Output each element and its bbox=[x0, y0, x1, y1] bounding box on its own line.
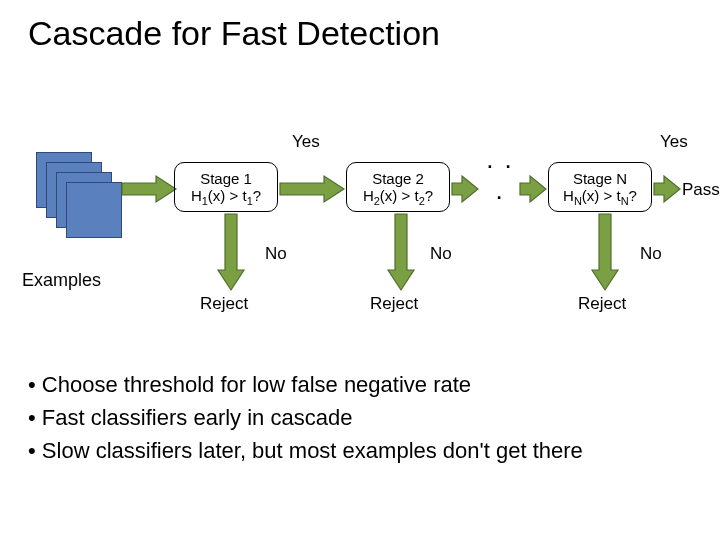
stage-n-box: Stage N HN(x) > tN? bbox=[548, 162, 652, 212]
no-label: No bbox=[640, 244, 662, 264]
arrow-down-icon bbox=[592, 214, 618, 290]
bullet-item: Slow classifiers later, but most example… bbox=[28, 434, 692, 467]
ellipsis-icon: . . . bbox=[478, 144, 522, 206]
yes-label: Yes bbox=[292, 132, 320, 152]
svg-marker-2 bbox=[452, 176, 478, 202]
stage-1-condition: H1(x) > t1? bbox=[175, 187, 277, 204]
reject-label: Reject bbox=[578, 294, 626, 314]
stage-n-title: Stage N bbox=[549, 170, 651, 187]
svg-marker-0 bbox=[122, 176, 176, 202]
page-title: Cascade for Fast Detection bbox=[28, 14, 440, 53]
stage-2-title: Stage 2 bbox=[347, 170, 449, 187]
stage-n-condition: HN(x) > tN? bbox=[549, 187, 651, 204]
arrow-right-icon bbox=[452, 176, 478, 202]
svg-marker-3 bbox=[520, 176, 546, 202]
example-square bbox=[66, 182, 122, 238]
stage-1-title: Stage 1 bbox=[175, 170, 277, 187]
stage-2-condition: H2(x) > t2? bbox=[347, 187, 449, 204]
svg-marker-7 bbox=[592, 214, 618, 290]
arrow-down-icon bbox=[218, 214, 244, 290]
no-label: No bbox=[430, 244, 452, 264]
arrow-down-icon bbox=[388, 214, 414, 290]
reject-label: Reject bbox=[370, 294, 418, 314]
bullet-item: Choose threshold for low false negative … bbox=[28, 368, 692, 401]
stage-1-box: Stage 1 H1(x) > t1? bbox=[174, 162, 278, 212]
bullet-list: Choose threshold for low false negative … bbox=[28, 368, 692, 467]
no-label: No bbox=[265, 244, 287, 264]
examples-stack bbox=[36, 152, 126, 237]
svg-marker-1 bbox=[280, 176, 344, 202]
slide: Cascade for Fast Detection Examples Stag… bbox=[0, 0, 720, 540]
examples-label: Examples bbox=[22, 270, 101, 291]
reject-label: Reject bbox=[200, 294, 248, 314]
svg-marker-6 bbox=[388, 214, 414, 290]
svg-marker-5 bbox=[218, 214, 244, 290]
arrow-right-icon bbox=[654, 176, 680, 202]
arrow-right-icon bbox=[280, 176, 344, 202]
svg-marker-4 bbox=[654, 176, 680, 202]
yes-label: Yes bbox=[660, 132, 688, 152]
stage-2-box: Stage 2 H2(x) > t2? bbox=[346, 162, 450, 212]
bullet-item: Fast classifiers early in cascade bbox=[28, 401, 692, 434]
arrow-right-icon bbox=[520, 176, 546, 202]
pass-label: Pass bbox=[682, 180, 720, 200]
cascade-diagram: Examples Stage 1 H1(x) > t1? Yes Stage 2… bbox=[0, 130, 720, 340]
arrow-right-icon bbox=[122, 176, 176, 202]
